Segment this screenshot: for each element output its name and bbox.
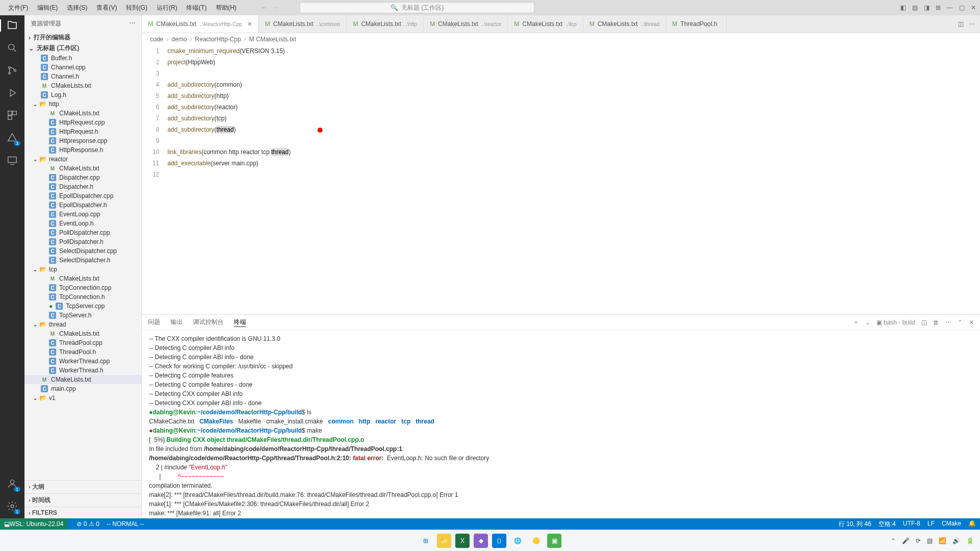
eol-status[interactable]: LF <box>927 520 935 529</box>
layout-icon[interactable]: ◧ <box>900 4 906 11</box>
file-item[interactable]: C TcpConnection.h <box>24 292 141 302</box>
vs-icon[interactable]: ◆ <box>474 534 488 548</box>
forward-icon[interactable]: → <box>273 4 279 11</box>
cmake-icon[interactable]: 3 <box>6 132 18 144</box>
file-item[interactable]: C Channel.cpp <box>24 63 141 72</box>
nav-arrows[interactable]: ← → <box>261 4 279 11</box>
chrome-icon[interactable]: 🟡 <box>529 534 543 548</box>
editor-tab[interactable]: M CMakeLists.txt ..\reactor <box>424 15 508 33</box>
code-content[interactable]: cmake_minimum_required(VERSION 3.15)proj… <box>167 45 980 314</box>
panel-tab[interactable]: 终端 <box>234 318 246 327</box>
settings-icon[interactable]: 1 <box>6 500 18 512</box>
folder-item[interactable]: ⌄ 📂 reactor <box>24 155 141 164</box>
file-item[interactable]: ● C TcpServer.cpp <box>24 302 141 311</box>
app-tray-icon[interactable]: ▧ <box>927 537 933 544</box>
sync-icon[interactable]: ⟳ <box>916 537 921 544</box>
file-item[interactable]: C SelectDispatcher.h <box>24 256 141 265</box>
volume-icon[interactable]: 🔊 <box>952 537 960 544</box>
folder-item[interactable]: ⌄ 📂 thread <box>24 320 141 329</box>
app-icon[interactable]: ▣ <box>547 534 561 548</box>
encoding-status[interactable]: UTF-8 <box>903 520 920 529</box>
file-item[interactable]: C HttpResponse.h <box>24 145 141 155</box>
menu-item[interactable]: 查看(V) <box>92 2 121 14</box>
file-item[interactable]: M CMakeLists.txt <box>24 81 141 90</box>
open-editors-section[interactable]: › 打开的编辑器 <box>24 32 141 43</box>
file-item[interactable]: M CMakeLists.txt <box>24 375 141 384</box>
menu-item[interactable]: 选择(S) <box>63 2 91 14</box>
timeline-section[interactable]: › 时间线 <box>24 493 141 507</box>
vscode-icon[interactable]: ⟨⟩ <box>492 534 506 548</box>
excel-icon[interactable]: X <box>455 534 470 548</box>
menu-item[interactable]: 终端(T) <box>182 2 210 14</box>
dropdown-icon[interactable]: ⌄ <box>865 319 870 326</box>
explorer-icon[interactable] <box>6 19 18 32</box>
breadcrumb[interactable]: code›demo›ReactorHttp-Cpp›M CMakeLists.t… <box>142 33 980 45</box>
panel-icon[interactable]: ▤ <box>912 4 918 11</box>
debug-icon[interactable] <box>6 87 18 99</box>
command-center[interactable]: 🔍 无标题 (工作区) <box>300 2 534 13</box>
file-item[interactable]: M CMakeLists.txt <box>24 109 141 118</box>
code-editor[interactable]: 123456789101112 cmake_minimum_required(V… <box>142 45 980 314</box>
file-item[interactable]: C Channel.h <box>24 72 141 81</box>
file-item[interactable]: C TcpServer.h <box>24 311 141 320</box>
outline-section[interactable]: › 大纲 <box>24 480 141 493</box>
start-icon[interactable]: ⊞ <box>419 534 433 548</box>
file-item[interactable]: C ThreadPool.h <box>24 347 141 357</box>
filters-section[interactable]: › FILTERS <box>24 507 141 518</box>
explorer-taskbar-icon[interactable]: 📁 <box>437 534 451 548</box>
menu-item[interactable]: 转到(G) <box>122 2 151 14</box>
file-item[interactable]: C HttpRequest.h <box>24 127 141 136</box>
close-icon[interactable]: ✕ <box>971 4 976 11</box>
battery-icon[interactable]: 🔋 <box>966 537 974 544</box>
file-item[interactable]: C EpollDispatcher.h <box>24 201 141 210</box>
more-icon[interactable]: ⋯ <box>969 20 975 28</box>
menu-item[interactable]: 编辑(E) <box>33 2 62 14</box>
editor-tab[interactable]: M CMakeLists.txt ..\ReactorHttp-Cpp✕ <box>142 15 259 33</box>
file-item[interactable]: C WorkerThread.h <box>24 366 141 375</box>
folder-item[interactable]: ⌄ 📂 v1 <box>24 393 141 403</box>
editor-tab[interactable]: M CMakeLists.txt ..\http <box>347 15 424 33</box>
sidebar-icon[interactable]: ◨ <box>924 4 929 11</box>
system-tray[interactable]: ⌃ 🎤 ⟳ ▧ 📶 🔊 🔋 <box>891 537 974 544</box>
editor-tab[interactable]: M CMakeLists.txt ..\tcp <box>508 15 583 33</box>
chevron-up-icon[interactable]: ⌃ <box>958 319 963 326</box>
panel-tab[interactable]: 输出 <box>170 318 183 327</box>
language-status[interactable]: CMake <box>942 520 961 529</box>
scm-icon[interactable] <box>6 64 18 77</box>
breadcrumb-item[interactable]: demo <box>172 36 187 43</box>
file-item[interactable]: C main.cpp <box>24 384 141 393</box>
file-item[interactable]: C Dispatcher.cpp <box>24 173 141 182</box>
account-icon[interactable]: 1 <box>6 478 18 490</box>
mic-icon[interactable]: 🎤 <box>902 537 910 544</box>
remote-icon[interactable] <box>6 154 18 166</box>
search-icon[interactable] <box>6 42 18 54</box>
edge-icon[interactable]: 🌐 <box>510 534 525 548</box>
menu-item[interactable]: 运行(R) <box>153 2 182 14</box>
file-item[interactable]: C PollDispatcher.h <box>24 237 141 246</box>
back-icon[interactable]: ← <box>261 4 267 11</box>
indent-status[interactable]: 空格:4 <box>878 520 896 529</box>
file-item[interactable]: C EventLoop.h <box>24 219 141 228</box>
wifi-icon[interactable]: 📶 <box>939 537 946 544</box>
close-panel-icon[interactable]: ✕ <box>969 319 974 326</box>
folder-item[interactable]: ⌄ 📂 http <box>24 99 141 109</box>
terminal[interactable]: -- The CXX compiler identification is GN… <box>142 330 980 518</box>
more-icon[interactable]: ⋯ <box>129 19 135 28</box>
file-item[interactable]: M CMakeLists.txt <box>24 274 141 283</box>
file-item[interactable]: C Log.h <box>24 90 141 99</box>
file-item[interactable]: C Buffer.h <box>24 54 141 63</box>
menu-item[interactable]: 文件(F) <box>4 2 32 14</box>
problems-status[interactable]: ⊘ 0 ⚠ 0 <box>77 520 99 528</box>
split-icon[interactable]: ◫ <box>921 319 927 326</box>
panel-tab[interactable]: 问题 <box>148 318 160 327</box>
trash-icon[interactable]: 🗑 <box>933 319 939 326</box>
menu-item[interactable]: 帮助(H) <box>212 2 241 14</box>
editor-tab[interactable]: M CMakeLists.txt ..\thread <box>583 15 666 33</box>
file-item[interactable]: C HttpRequest.cpp <box>24 118 141 127</box>
panel-tab[interactable]: 调试控制台 <box>193 318 224 327</box>
file-item[interactable]: C TcpConnection.cpp <box>24 283 141 292</box>
editor-tab[interactable]: M ThreadPool.h <box>666 15 727 33</box>
file-item[interactable]: M CMakeLists.txt <box>24 329 141 338</box>
breadcrumb-item[interactable]: M CMakeLists.txt <box>249 36 296 43</box>
cursor-position[interactable]: 行 10, 列 46 <box>839 520 871 529</box>
